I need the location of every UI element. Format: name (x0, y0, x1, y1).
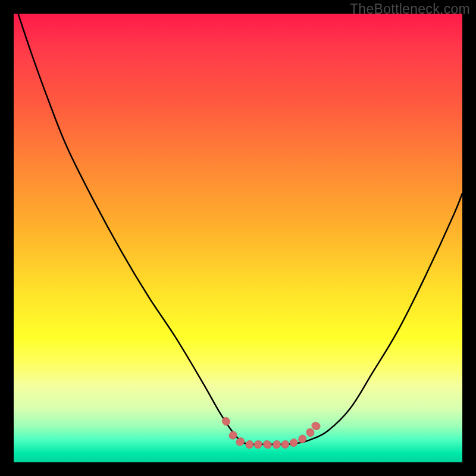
bottleneck-curve (18, 14, 463, 444)
marker-dot (230, 431, 237, 439)
marker-dot (307, 430, 314, 437)
plot-area (14, 14, 462, 462)
marker-dot (290, 439, 298, 446)
marker-dot (299, 435, 306, 442)
marker-dot (282, 440, 289, 447)
marker-dot (223, 418, 230, 425)
chart-svg (14, 14, 462, 462)
marker-group (222, 417, 320, 449)
marker-dot (273, 440, 280, 447)
marker-dot (312, 422, 319, 429)
marker-dot (246, 440, 253, 447)
marker-dot (255, 440, 262, 447)
chart-root: TheBottleneck.com (0, 0, 476, 476)
marker-dot (263, 440, 270, 447)
marker-dot (236, 439, 243, 446)
